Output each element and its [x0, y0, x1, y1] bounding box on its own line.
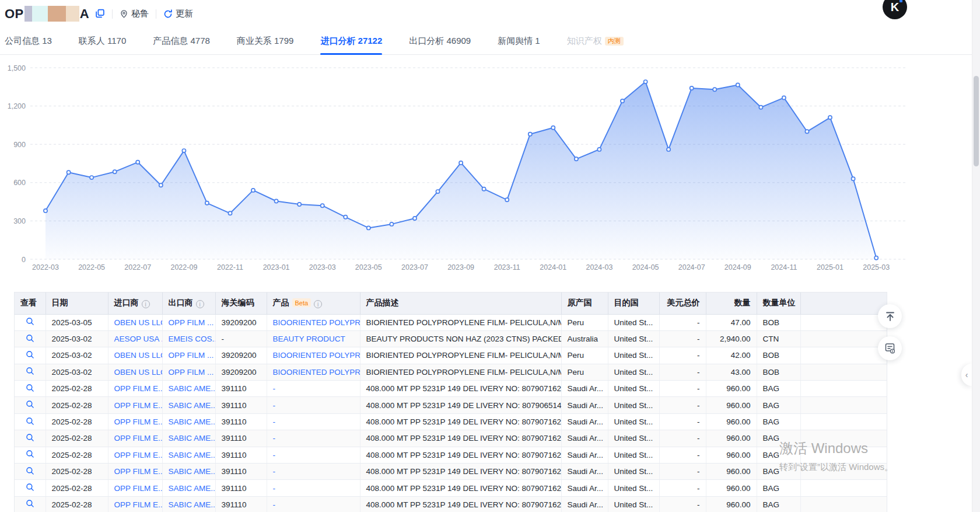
hs-code-cell: 39209200: [215, 314, 267, 330]
table-row[interactable]: 2025-03-02AESOP USA ...EMEIS COS...-BEAU…: [15, 330, 887, 347]
table-row[interactable]: 2025-02-28OPP FILM E...SABIC AME...39111…: [15, 464, 887, 480]
empty-cell: [800, 364, 887, 380]
feedback-button[interactable]: [878, 336, 902, 360]
importer-link[interactable]: OPP FILM E...: [114, 467, 163, 476]
table-row[interactable]: 2025-02-28OPP FILM E...SABIC AME...39111…: [15, 480, 887, 496]
view-detail-icon[interactable]: [26, 384, 34, 392]
location-button[interactable]: 秘鲁: [120, 8, 149, 19]
product-link[interactable]: BIOORIENTED POLYPR...: [273, 368, 360, 377]
importer-link[interactable]: OPP FILM E...: [114, 434, 163, 443]
tab-产品信息[interactable]: 产品信息 4778: [153, 27, 210, 55]
info-icon[interactable]: i: [196, 300, 204, 308]
view-detail-icon[interactable]: [26, 499, 34, 508]
exporter-link[interactable]: SABIC AME...: [169, 401, 216, 410]
exporter-link[interactable]: SABIC AME...: [169, 417, 216, 426]
refresh-button[interactable]: 更新: [163, 8, 193, 19]
importer-link[interactable]: OBEN US LLC: [114, 318, 163, 327]
exporter-link[interactable]: OPP FILM ...: [169, 318, 214, 327]
importer-link[interactable]: OPP FILM E...: [114, 401, 163, 410]
table-row[interactable]: 2025-03-02OBEN US LLCOPP FILM ...3920920…: [15, 364, 887, 380]
view-detail-icon[interactable]: [26, 317, 34, 326]
view-detail-icon[interactable]: [26, 450, 34, 458]
product-link[interactable]: -: [273, 467, 276, 476]
scrollbar-thumb[interactable]: [974, 76, 979, 166]
quantity-cell: 960.00: [706, 381, 757, 397]
importer-link[interactable]: OPP FILM E...: [114, 451, 163, 459]
usd-total-cell: -: [659, 413, 706, 430]
importer-link[interactable]: OPP FILM E...: [114, 384, 163, 393]
column-header-海关编码: 海关编码: [215, 292, 267, 314]
view-detail-icon[interactable]: [26, 367, 34, 375]
imports-trend-chart: 03006009001,2001,5002022-032022-052022-0…: [0, 55, 908, 278]
destination-country-cell: United St...: [608, 347, 659, 364]
table-row[interactable]: 2025-03-02OBEN US LLCOPP FILM ...3920920…: [15, 347, 887, 364]
tab-联系人[interactable]: 联系人 1170: [79, 27, 126, 55]
exporter-link[interactable]: OPP FILM ...: [169, 351, 214, 360]
exporter-link[interactable]: SABIC AME...: [169, 434, 216, 443]
tab-商业关系[interactable]: 商业关系 1799: [237, 27, 294, 55]
column-header-数量: 数量: [706, 292, 757, 314]
quantity-cell: 960.00: [706, 496, 757, 512]
product-link[interactable]: -: [273, 500, 276, 509]
table-row[interactable]: 2025-02-28OPP FILM E...SABIC AME...39111…: [15, 397, 887, 413]
exporter-link[interactable]: SABIC AME...: [169, 467, 216, 476]
exporter-link[interactable]: SABIC AME...: [169, 384, 216, 393]
table-row[interactable]: 2025-02-28OPP FILM E...SABIC AME...39111…: [15, 447, 887, 463]
view-detail-icon[interactable]: [26, 417, 34, 426]
importer-link[interactable]: OPP FILM E...: [114, 500, 163, 509]
product-link[interactable]: -: [273, 417, 276, 426]
collapse-panel-arrow[interactable]: ‹: [961, 364, 972, 386]
view-detail-icon[interactable]: [26, 466, 34, 475]
back-to-top-button[interactable]: [878, 304, 902, 328]
view-detail-icon[interactable]: [26, 350, 34, 359]
data-point-marker: [828, 116, 832, 119]
info-icon[interactable]: i: [142, 300, 150, 308]
exporter-link[interactable]: OPP FILM ...: [169, 368, 214, 377]
data-point-marker: [736, 83, 740, 86]
copy-icon[interactable]: [95, 9, 105, 19]
product-link[interactable]: -: [273, 484, 276, 493]
tab-知识产权[interactable]: 知识产权内测: [567, 27, 624, 55]
table-row[interactable]: 2025-02-28OPP FILM E...SABIC AME...39111…: [15, 381, 887, 397]
description-cell: 408.000 MT PP 5231P 149 DEL IVERY NO: 80…: [360, 480, 561, 496]
importer-link[interactable]: OBEN US LLC: [114, 351, 163, 360]
view-detail-icon[interactable]: [26, 483, 34, 492]
importer-link[interactable]: AESOP USA ...: [114, 335, 163, 343]
tab-进口分析[interactable]: 进口分析 27122: [320, 27, 382, 55]
usd-total-cell: -: [659, 347, 706, 364]
chart-canvas[interactable]: 03006009001,2001,5002022-032022-052022-0…: [0, 55, 908, 278]
view-cell: [15, 413, 46, 430]
product-link[interactable]: -: [273, 451, 276, 459]
product-link[interactable]: -: [273, 401, 276, 410]
tab-出口分析[interactable]: 出口分析 46909: [409, 27, 471, 55]
product-cell: -: [267, 496, 360, 512]
view-detail-icon[interactable]: [26, 400, 34, 409]
table-row[interactable]: 2025-03-05OBEN US LLCOPP FILM ...3920920…: [15, 314, 887, 330]
view-detail-icon[interactable]: [26, 334, 34, 343]
importer-link[interactable]: OPP FILM E...: [114, 417, 163, 426]
product-link[interactable]: -: [273, 384, 276, 393]
view-detail-icon[interactable]: [26, 433, 34, 442]
table-row[interactable]: 2025-02-28OPP FILM E...SABIC AME...39111…: [15, 413, 887, 430]
table-row[interactable]: 2025-02-28OPP FILM E...SABIC AME...39111…: [15, 430, 887, 447]
importer-cell: OPP FILM E...: [108, 447, 162, 463]
product-link[interactable]: BIOORIENTED POLYPR...: [273, 351, 360, 360]
origin-country-cell: Saudi Ar...: [561, 447, 608, 463]
date-cell: 2025-02-28: [46, 430, 108, 447]
importer-link[interactable]: OPP FILM E...: [114, 484, 163, 493]
tab-新闻舆情[interactable]: 新闻舆情 1: [498, 27, 540, 55]
product-link[interactable]: BIOORIENTED POLYPR...: [273, 318, 360, 327]
exporter-link[interactable]: EMEIS COS...: [169, 335, 216, 343]
column-header-产品描述: 产品描述: [360, 292, 561, 314]
product-link[interactable]: BEAUTY PRODUCT: [273, 335, 345, 343]
importer-link[interactable]: OBEN US LLC: [114, 368, 163, 377]
table-row[interactable]: 2025-02-28OPP FILM E...SABIC AME...39111…: [15, 496, 887, 512]
product-link[interactable]: -: [273, 434, 276, 443]
tab-公司信息[interactable]: 公司信息 13: [5, 27, 52, 55]
info-icon[interactable]: i: [314, 300, 322, 308]
page-scrollbar[interactable]: [972, 0, 980, 512]
description-cell: 408.000 MT PP 5231P 149 DEL IVERY NO: 80…: [360, 413, 561, 430]
exporter-link[interactable]: SABIC AME...: [169, 484, 216, 493]
exporter-link[interactable]: SABIC AME...: [169, 451, 216, 459]
exporter-link[interactable]: SABIC AME...: [169, 500, 216, 509]
